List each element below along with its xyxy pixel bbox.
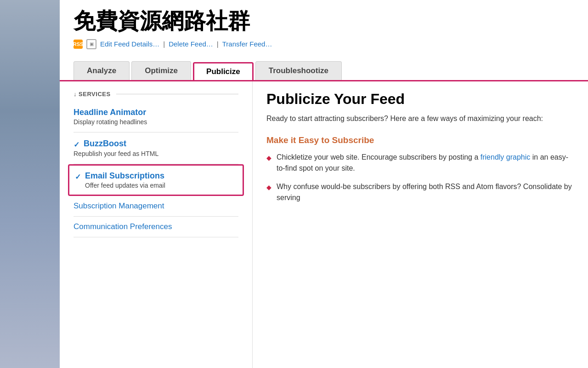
email-subscriptions-check: ✓ xyxy=(75,172,82,181)
services-header: ↓ SERVICES xyxy=(74,91,238,98)
tab-optimize[interactable]: Optimize xyxy=(131,61,191,80)
header: 免費資源網路社群 RSS ▣ Edit Feed Details… | Dele… xyxy=(60,0,588,61)
communication-preferences-link[interactable]: Communication Preferences xyxy=(74,222,172,231)
tab-publicize[interactable]: Publicize xyxy=(193,62,254,80)
rss-icon: RSS xyxy=(74,40,83,49)
headline-animator-desc: Display rotating headlines xyxy=(74,118,238,126)
bullet-1-text: Chickletize your web site. Encourage sub… xyxy=(277,152,574,174)
bullet-2: ◆ Why confuse would-be subscribers by of… xyxy=(266,181,574,203)
transfer-feed-link[interactable]: Transfer Feed… xyxy=(222,40,272,48)
publicize-panel: Publicize Your Feed Ready to start attra… xyxy=(253,81,588,368)
communication-preferences-item: Communication Preferences xyxy=(74,217,238,237)
buzzboost-link[interactable]: BuzzBoost xyxy=(84,139,126,149)
publicize-title: Publicize Your Feed xyxy=(266,91,574,108)
service-buzzboost: ✓ BuzzBoost Republish your feed as HTML xyxy=(74,132,238,164)
email-subscriptions-link[interactable]: Email Subscriptions xyxy=(85,171,165,181)
delete-feed-link[interactable]: Delete Feed… xyxy=(169,40,213,48)
tab-troubleshootize[interactable]: Troubleshootize xyxy=(255,61,342,80)
tab-analyze[interactable]: Analyze xyxy=(74,61,130,80)
buzzboost-check: ✓ xyxy=(74,140,81,149)
diamond-icon-1: ◆ xyxy=(266,153,272,163)
feed-icon: ▣ xyxy=(86,39,96,49)
subscription-management-link[interactable]: Subscription Management xyxy=(74,201,164,210)
bullet-2-text: Why confuse would-be subscribers by offe… xyxy=(277,181,574,203)
service-email-subscriptions: ✓ Email Subscriptions Offer feed updates… xyxy=(68,164,244,196)
buzzboost-desc: Republish your feed as HTML xyxy=(74,150,238,157)
main-content: 免費資源網路社群 RSS ▣ Edit Feed Details… | Dele… xyxy=(60,0,588,368)
content-area: ↓ SERVICES Headline Animator Display rot… xyxy=(60,81,588,368)
separator-2: | xyxy=(217,40,219,48)
headline-animator-link[interactable]: Headline Animator xyxy=(74,108,146,117)
publicize-intro: Ready to start attracting subscribers? H… xyxy=(266,113,574,124)
section-heading: Make it Easy to Subscribe xyxy=(266,135,574,145)
friendly-graphic-link[interactable]: friendly graphic xyxy=(481,153,531,161)
separator-1: | xyxy=(163,40,165,48)
edit-feed-link[interactable]: Edit Feed Details… xyxy=(100,40,159,48)
page-title: 免費資源網路社群 xyxy=(74,9,574,34)
header-links: RSS ▣ Edit Feed Details… | Delete Feed… … xyxy=(74,39,574,49)
diamond-icon-2: ◆ xyxy=(266,183,272,192)
services-panel: ↓ SERVICES Headline Animator Display rot… xyxy=(60,81,253,368)
subscription-management-item: Subscription Management xyxy=(74,196,238,217)
service-headline-animator: Headline Animator Display rotating headl… xyxy=(74,101,238,132)
bullet-1: ◆ Chickletize your web site. Encourage s… xyxy=(266,152,574,174)
sidebar xyxy=(0,0,60,368)
email-subscriptions-desc: Offer feed updates via email xyxy=(85,182,165,189)
tabs-bar: Analyze Optimize Publicize Troubleshooti… xyxy=(60,61,588,81)
